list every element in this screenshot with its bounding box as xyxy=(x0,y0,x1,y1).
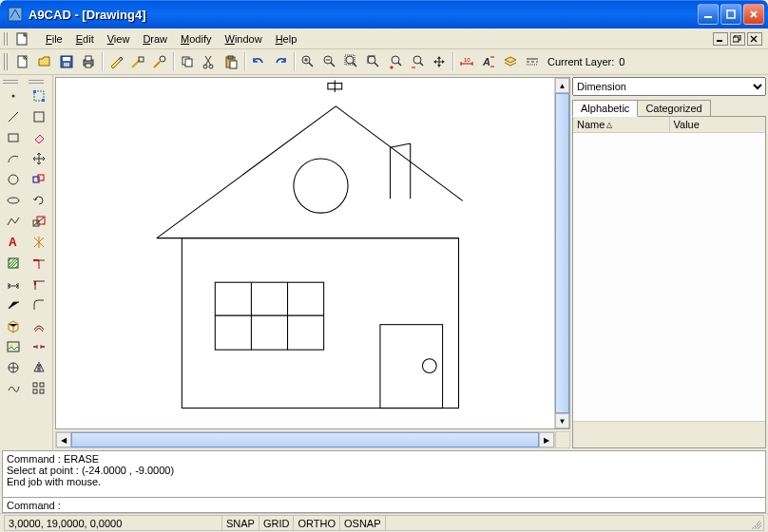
hscroll-thumb[interactable] xyxy=(71,432,539,447)
rectangle-tool[interactable] xyxy=(3,127,24,148)
vertical-scrollbar[interactable]: ▲ ▼ xyxy=(554,78,569,428)
mirror-tool[interactable] xyxy=(29,357,49,378)
dimension-tool[interactable] xyxy=(3,274,24,294)
minimize-button[interactable] xyxy=(698,4,719,25)
insert-image-tool[interactable] xyxy=(3,336,24,357)
copy-tool[interactable] xyxy=(29,169,49,190)
menu-view[interactable]: View xyxy=(102,32,136,46)
explode-tool[interactable] xyxy=(29,232,49,253)
region-tool[interactable] xyxy=(3,357,24,378)
menu-help[interactable]: Help xyxy=(270,32,303,46)
break-tool[interactable] xyxy=(29,336,49,357)
dim-linear-button[interactable]: 10 xyxy=(456,51,477,72)
horizontal-scrollbar[interactable]: ◀ ▶ xyxy=(55,431,555,448)
mdi-minimize-button[interactable] xyxy=(713,32,728,46)
select-tool[interactable] xyxy=(29,86,49,106)
pan-button[interactable] xyxy=(429,51,450,72)
vscroll-thumb[interactable] xyxy=(555,93,569,413)
current-layer-value: 0 xyxy=(619,56,624,67)
zoom-out-button[interactable] xyxy=(319,51,340,72)
scroll-left-button[interactable]: ◀ xyxy=(56,432,71,447)
maximize-button[interactable] xyxy=(720,4,741,25)
zoom-extents-button[interactable] xyxy=(363,51,384,72)
save-button[interactable] xyxy=(56,51,77,72)
mdi-close-button[interactable] xyxy=(747,32,762,46)
svg-rect-4 xyxy=(717,40,722,42)
scroll-right-button[interactable]: ▶ xyxy=(539,432,554,447)
trim-tool[interactable] xyxy=(29,253,49,274)
print-button[interactable] xyxy=(78,51,99,72)
close-button[interactable] xyxy=(743,4,764,25)
status-coordinates: 3,0000, 19,0000, 0,0000 xyxy=(4,515,222,531)
osnap-toggle[interactable]: OSNAP xyxy=(339,515,386,531)
text-tool[interactable]: A xyxy=(3,232,24,253)
deselect-tool[interactable] xyxy=(29,106,49,127)
layers-button[interactable] xyxy=(500,51,521,72)
rotate-tool[interactable] xyxy=(29,190,49,211)
col-name-header[interactable]: Name△ xyxy=(573,117,670,132)
tab-alphabetic[interactable]: Alphabetic xyxy=(572,100,638,117)
modify-grip xyxy=(29,79,44,84)
array-tool[interactable] xyxy=(29,378,49,399)
mdi-restore-button[interactable] xyxy=(730,32,745,46)
menu-window-label: indow xyxy=(235,33,262,45)
svg-rect-22 xyxy=(230,61,237,68)
title-bar: A9CAD - [Drawing4] xyxy=(0,0,768,28)
menu-modify[interactable]: Modify xyxy=(175,32,217,46)
scale-tool[interactable] xyxy=(29,211,49,232)
menu-draw[interactable]: Draw xyxy=(137,32,173,46)
erase-tool[interactable] xyxy=(29,127,49,148)
ellipse-tool[interactable] xyxy=(3,190,24,211)
new-file-button[interactable] xyxy=(12,51,33,72)
extend-tool[interactable] xyxy=(29,274,49,294)
status-filler xyxy=(385,515,764,531)
copy-button[interactable] xyxy=(177,51,198,72)
menu-modify-label: odify xyxy=(189,33,211,45)
snap-toggle[interactable]: SNAP xyxy=(221,515,259,531)
paste-button[interactable] xyxy=(221,51,241,72)
leader-tool[interactable] xyxy=(3,294,24,315)
fillet-tool[interactable] xyxy=(29,294,49,315)
tab-categorized[interactable]: Categorized xyxy=(637,100,710,117)
text-style-button[interactable]: A xyxy=(478,51,499,72)
document-icon[interactable] xyxy=(15,31,30,47)
drawing-area: ▲ ▼ ◀ ▶ xyxy=(53,75,572,450)
undo-button[interactable] xyxy=(248,51,269,72)
menu-edit[interactable]: Edit xyxy=(70,32,100,46)
polyline-tool[interactable] xyxy=(3,211,24,232)
point-tool[interactable] xyxy=(3,86,24,106)
cut-button[interactable] xyxy=(199,51,220,72)
scroll-down-button[interactable]: ▼ xyxy=(555,413,569,428)
arc-tool[interactable] xyxy=(3,148,24,169)
zoom-previous-button[interactable] xyxy=(407,51,428,72)
offset-tool[interactable] xyxy=(29,315,49,336)
block-tool[interactable] xyxy=(3,315,24,336)
edit-vertex-button[interactable] xyxy=(127,51,148,72)
col-value-label: Value xyxy=(674,119,700,130)
line-tool[interactable] xyxy=(3,106,24,127)
circle-tool[interactable] xyxy=(3,169,24,190)
open-file-button[interactable] xyxy=(34,51,55,72)
drawing-viewport[interactable]: ▲ ▼ xyxy=(55,77,570,429)
col-name-label: Name xyxy=(577,119,605,130)
ortho-toggle[interactable]: ORTHO xyxy=(293,515,340,531)
scroll-up-button[interactable]: ▲ xyxy=(555,78,569,93)
zoom-realtime-button[interactable] xyxy=(385,51,406,72)
zoom-in-button[interactable] xyxy=(298,51,318,72)
menu-file[interactable]: File xyxy=(40,32,68,46)
match-prop-button[interactable] xyxy=(149,51,170,72)
redo-button[interactable] xyxy=(270,51,291,72)
hatch-tool[interactable] xyxy=(3,253,24,274)
zoom-window-button[interactable] xyxy=(341,51,362,72)
linetype-button[interactable] xyxy=(522,51,543,72)
command-prompt[interactable]: Command : xyxy=(2,498,766,513)
menu-window[interactable]: Window xyxy=(219,32,267,46)
col-value-header[interactable]: Value xyxy=(670,117,766,132)
spline-tool[interactable] xyxy=(3,378,24,399)
grid-toggle[interactable]: GRID xyxy=(259,515,295,531)
command-history[interactable]: Command : ERASE Select at point : (-24.0… xyxy=(2,450,766,498)
properties-button[interactable] xyxy=(106,51,126,72)
object-type-dropdown[interactable]: Dimension xyxy=(572,77,766,96)
svg-point-56 xyxy=(294,159,348,213)
move-tool[interactable] xyxy=(29,148,49,169)
